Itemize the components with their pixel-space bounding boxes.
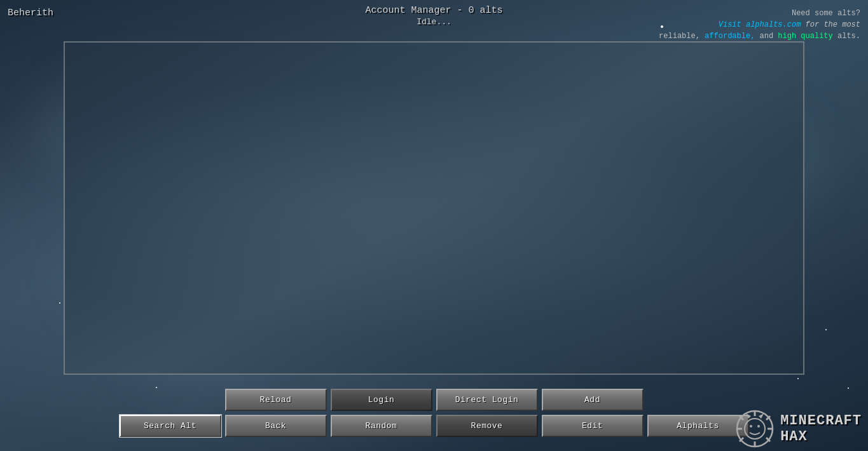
panel-background (65, 43, 803, 374)
promo-visit: Visit alphalts.com (719, 20, 801, 29)
logo-text-area: MINECRAFT HAX (780, 413, 862, 445)
promo-reliable: reliable, (659, 32, 700, 41)
random-button[interactable]: Random (331, 415, 432, 437)
svg-marker-13 (759, 414, 764, 419)
title-status: Idle... (221, 17, 647, 27)
star (59, 302, 60, 304)
remove-button[interactable]: Remove (436, 415, 538, 437)
promo-line1: Need some alts? (647, 8, 860, 19)
svg-point-1 (745, 419, 765, 439)
logo-minecraft-label: MINECRAFT (780, 413, 862, 429)
promo-for: for the most (801, 20, 860, 29)
svg-marker-12 (746, 414, 751, 419)
username-label: Beherith (8, 5, 221, 18)
search-alt-button[interactable]: Search Alt (120, 415, 221, 437)
minecraft-hax-icon (736, 410, 774, 448)
title-main: Account Manager - 0 alts (221, 5, 647, 16)
svg-point-0 (737, 411, 773, 447)
edit-button[interactable]: Edit (542, 415, 644, 437)
title-area: Account Manager - 0 alts Idle... (221, 5, 647, 27)
alphalts-button[interactable]: Alphalts (647, 415, 749, 437)
promo-and: and (755, 32, 773, 41)
promo-line2: Visit alphalts.com for the most (647, 19, 860, 30)
logo-hax-label: HAX (780, 429, 862, 445)
button-row-2: Search Alt Back Random Remove Edit Alpha… (120, 415, 749, 437)
star (825, 329, 827, 330)
login-button[interactable]: Login (331, 389, 432, 411)
promo-alts: alts. (833, 32, 860, 41)
direct-login-button[interactable]: Direct Login (436, 389, 538, 411)
add-button[interactable]: Add (542, 389, 644, 411)
promo-affordable: affordable, (700, 32, 755, 41)
promo-line3: reliable, affordable, and high quality a… (647, 30, 860, 42)
svg-point-10 (750, 425, 752, 427)
promo-high-quality: high quality (773, 32, 833, 41)
back-button[interactable]: Back (225, 415, 327, 437)
header: Beherith Account Manager - 0 alts Idle..… (0, 0, 868, 41)
svg-point-11 (757, 425, 760, 427)
button-row-1: Reload Login Direct Login Add (225, 389, 644, 411)
promo-area: Need some alts? Visit alphalts.com for t… (647, 5, 860, 42)
main-panel (64, 41, 804, 375)
reload-button[interactable]: Reload (225, 389, 327, 411)
logo-area: MINECRAFT HAX (736, 410, 862, 448)
